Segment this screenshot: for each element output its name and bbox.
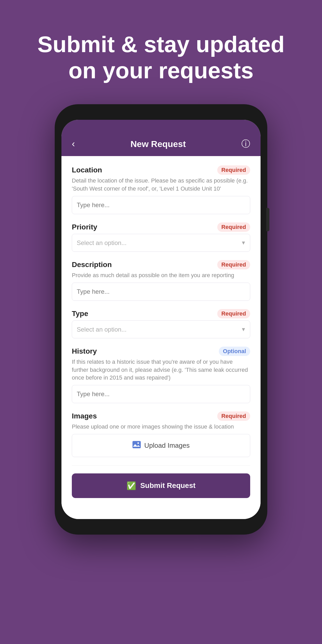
location-input[interactable] [72,196,250,214]
description-desc-text: Provide as much detail as possible on th… [72,271,250,279]
description-input[interactable] [72,283,250,301]
images-label: Images [72,412,97,420]
images-description: Please upload one or more images showing… [72,423,250,431]
svg-rect-0 [132,441,141,448]
upload-label-text: Upload Images [144,442,190,450]
history-description: If this relates to a historic issue that… [72,358,250,382]
history-badge: Optional [219,347,250,356]
header-title: New Request [130,139,186,149]
field-description-header: Description Required [72,260,250,269]
priority-label: Priority [72,223,97,231]
description-badge: Required [217,260,250,269]
history-input[interactable] [72,385,250,403]
submit-label: Submit Request [140,481,195,490]
hero-line2: on your requests [68,58,254,83]
form-divider [72,465,250,466]
upload-image-icon [132,441,141,450]
side-button [266,208,269,231]
svg-point-1 [137,442,139,444]
field-type: Type Required Select an option... ▾ [72,309,250,338]
images-badge: Required [217,411,250,421]
field-priority-header: Priority Required [72,222,250,232]
type-select[interactable]: Select an option... [72,320,250,338]
hero-title: Submit & stay updated on your requests [17,31,305,83]
priority-select-wrapper: Select an option... ▾ [72,234,250,252]
priority-select[interactable]: Select an option... [72,234,250,252]
type-select-wrapper: Select an option... ▾ [72,320,250,338]
location-badge: Required [217,165,250,175]
field-location-header: Location Required [72,165,250,175]
phone-screen: ‹ New Request ⓘ Location Required Detail… [61,120,261,519]
field-images-header: Images Required [72,411,250,421]
form-area: Location Required Detail the location of… [61,156,261,519]
priority-badge: Required [217,222,250,232]
history-label: History [72,347,97,355]
phone-mockup: ‹ New Request ⓘ Location Required Detail… [55,104,267,540]
back-button[interactable]: ‹ [72,138,75,149]
description-label: Description [72,261,112,269]
field-description: Description Required Provide as much det… [72,260,250,301]
field-history-header: History Optional [72,347,250,356]
location-label: Location [72,166,102,174]
field-priority: Priority Required Select an option... ▾ [72,222,250,252]
field-location: Location Required Detail the location of… [72,165,250,214]
submit-button[interactable]: ✅ Submit Request [72,473,250,498]
type-badge: Required [217,309,250,318]
phone-notch [140,108,182,116]
hero-line1: Submit & stay updated [37,31,284,57]
field-images: Images Required Please upload one or mor… [72,411,250,457]
app-header: ‹ New Request ⓘ [61,120,261,156]
field-type-header: Type Required [72,309,250,318]
location-description: Detail the location of the issue. Please… [72,177,250,193]
field-history: History Optional If this relates to a hi… [72,347,250,403]
info-button[interactable]: ⓘ [241,138,250,150]
upload-button[interactable]: Upload Images [72,434,250,457]
submit-check-icon: ✅ [127,481,136,490]
phone-shell: ‹ New Request ⓘ Location Required Detail… [55,104,267,535]
type-label: Type [72,310,88,318]
